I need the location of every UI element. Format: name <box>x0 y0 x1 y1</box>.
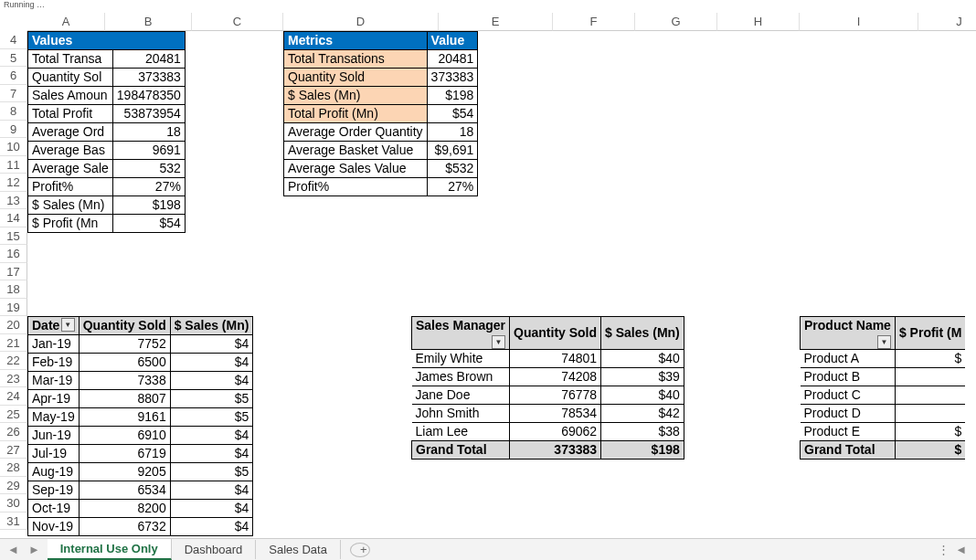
row-header-31[interactable]: 31 <box>0 512 27 531</box>
date-table-header[interactable]: Quantity Sold <box>79 317 170 335</box>
values-row-value: 373383 <box>112 69 185 87</box>
tab-nav-arrows[interactable]: ◄ ► <box>0 543 48 556</box>
metrics-row-label: Average Order Quantity <box>284 123 428 142</box>
values-row-label: Sales Amoun <box>28 87 113 105</box>
values-row-label: Profit% <box>28 178 113 196</box>
metrics-row-label: $ Sales (Mn) <box>284 87 428 105</box>
values-row-label: Total Transa <box>28 50 113 69</box>
row-header-8[interactable]: 8 <box>0 102 27 121</box>
row-header-13[interactable]: 13 <box>0 192 27 210</box>
product-table-header[interactable]: $ Profit (M <box>895 317 965 350</box>
filter-dropdown-icon[interactable]: ▼ <box>61 318 75 332</box>
table-cell: 6910 <box>79 427 170 445</box>
row-header-28[interactable]: 28 <box>0 459 27 477</box>
table-cell: 8807 <box>79 390 170 408</box>
date-table-header[interactable]: Date▼ <box>28 317 80 335</box>
table-cell: 74801 <box>510 350 601 368</box>
chevron-right-icon[interactable]: ► <box>28 543 40 556</box>
row-header-23[interactable]: 23 <box>0 370 27 388</box>
row-header-12[interactable]: 12 <box>0 174 27 192</box>
sheet-tab-bar: ◄ ► Internal Use OnlyDashboardSales Data… <box>0 538 976 560</box>
table-cell: Aug-19 <box>28 463 80 481</box>
col-header-c[interactable]: C <box>192 13 283 31</box>
row-header-18[interactable]: 18 <box>0 280 27 299</box>
table-cell: Liam Lee <box>412 423 510 441</box>
col-header-j[interactable]: J <box>918 13 976 31</box>
table-cell: Jan-19 <box>28 335 80 354</box>
row-header-22[interactable]: 22 <box>0 352 27 370</box>
row-header-25[interactable]: 25 <box>0 406 27 424</box>
table-cell: $39 <box>601 368 684 386</box>
col-header-h[interactable]: H <box>717 13 800 31</box>
sheet-tab[interactable]: Internal Use Only <box>48 539 172 560</box>
values-row-value: 20481 <box>112 50 185 69</box>
row-header-24[interactable]: 24 <box>0 387 27 406</box>
table-cell: Product A <box>801 350 896 368</box>
metrics-row-label: Average Basket Value <box>284 142 428 160</box>
row-headers: 4567891011121314151617181920212223242526… <box>0 31 27 530</box>
date-table: Date▼Quantity Sold$ Sales (Mn)Jan-197752… <box>27 316 253 536</box>
chevron-left-icon[interactable]: ◄ <box>7 543 19 556</box>
col-header-d[interactable]: D <box>283 13 439 31</box>
tab-scroll-left-icon[interactable]: ◄ <box>955 543 967 556</box>
row-header-17[interactable]: 17 <box>0 263 27 281</box>
grand-total-value: $198 <box>601 441 684 460</box>
row-header-5[interactable]: 5 <box>0 49 27 68</box>
table-cell: $4 <box>170 335 253 354</box>
metrics-row-value: 373383 <box>427 69 478 87</box>
row-header-6[interactable]: 6 <box>0 67 27 85</box>
filter-dropdown-icon[interactable]: ▼ <box>877 335 891 349</box>
row-header-29[interactable]: 29 <box>0 477 27 495</box>
table-cell: John Smith <box>412 405 510 423</box>
table-cell: 69062 <box>510 423 601 441</box>
col-header-f[interactable]: F <box>553 13 635 31</box>
col-header-b[interactable]: B <box>105 13 192 31</box>
product-table-header[interactable]: Product Name▼ <box>801 317 896 350</box>
row-header-30[interactable]: 30 <box>0 494 27 512</box>
row-header-27[interactable]: 27 <box>0 441 27 460</box>
sheet-tab[interactable]: Dashboard <box>172 540 257 559</box>
row-header-7[interactable]: 7 <box>0 85 27 103</box>
filter-dropdown-icon[interactable]: ▼ <box>492 335 505 349</box>
sheet-tab[interactable]: Sales Data <box>256 540 341 559</box>
table-cell: 76778 <box>510 386 601 405</box>
table-cell: $ <box>895 423 965 441</box>
grand-total-value: $ <box>895 441 965 460</box>
table-cell: Product D <box>801 405 896 423</box>
tab-scroll-handle-icon[interactable]: ⋮ <box>938 543 949 556</box>
manager-table-header[interactable]: Quantity Sold <box>510 317 601 350</box>
metrics-row-label: Profit% <box>284 178 428 196</box>
date-table-header[interactable]: $ Sales (Mn) <box>170 317 253 335</box>
table-cell: $5 <box>170 390 253 408</box>
table-cell: Oct-19 <box>28 500 80 518</box>
values-row-label: Total Profit <box>28 105 113 123</box>
row-header-11[interactable]: 11 <box>0 156 27 174</box>
row-header-15[interactable]: 15 <box>0 227 27 246</box>
row-header-26[interactable]: 26 <box>0 423 27 441</box>
row-header-14[interactable]: 14 <box>0 209 27 227</box>
values-row-value: $54 <box>112 215 185 233</box>
row-header-20[interactable]: 20 <box>0 316 27 334</box>
row-header-4[interactable]: 4 <box>0 31 27 49</box>
grand-total-label: Grand Total <box>801 441 896 460</box>
add-sheet-button[interactable]: + <box>350 543 370 557</box>
table-cell <box>895 405 965 423</box>
col-header-a[interactable]: A <box>27 13 105 31</box>
row-header-16[interactable]: 16 <box>0 245 27 263</box>
row-header-9[interactable]: 9 <box>0 121 27 139</box>
col-header-i[interactable]: I <box>800 13 918 31</box>
table-cell: $42 <box>601 405 684 423</box>
manager-table-header[interactable]: $ Sales (Mn) <box>601 317 684 350</box>
col-header-e[interactable]: E <box>439 13 553 31</box>
col-header-g[interactable]: G <box>635 13 717 31</box>
table-cell: $4 <box>170 500 253 518</box>
values-row-value: 532 <box>112 160 185 178</box>
table-cell: Jane Doe <box>412 386 510 405</box>
row-header-10[interactable]: 10 <box>0 138 27 156</box>
row-header-19[interactable]: 19 <box>0 299 27 317</box>
manager-table-header[interactable]: Sales Manager▼ <box>412 317 510 350</box>
row-header-21[interactable]: 21 <box>0 334 27 353</box>
sheet-tabs: Internal Use OnlyDashboardSales Data <box>48 539 341 560</box>
table-cell: 6534 <box>79 481 170 500</box>
values-row-value: 9691 <box>112 142 185 160</box>
